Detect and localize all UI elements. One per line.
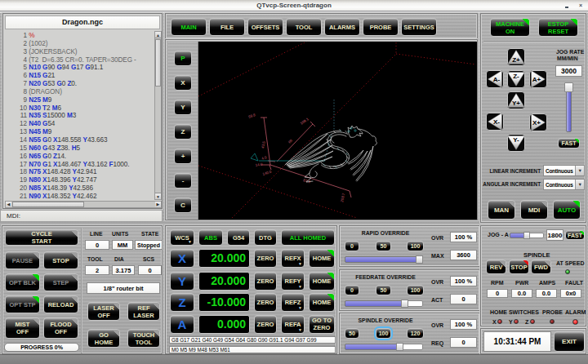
svg-text:Y+: Y+ <box>512 100 520 107</box>
svg-text:14.0: 14.0 <box>255 162 263 167</box>
svg-text:208.7: 208.7 <box>340 193 345 203</box>
svg-text:88: 88 <box>287 138 293 144</box>
svg-text:59.8: 59.8 <box>248 113 256 119</box>
svg-text:X+: X+ <box>532 119 541 127</box>
svg-text:109.1: 109.1 <box>300 117 310 126</box>
svg-text:Y-: Y- <box>513 136 519 144</box>
svg-text:43.5: 43.5 <box>261 140 266 149</box>
svg-text:A+: A+ <box>532 76 541 83</box>
svg-text:140.0: 140.0 <box>262 170 273 176</box>
svg-text:X-: X- <box>493 118 500 126</box>
svg-text:4.0: 4.0 <box>261 155 268 161</box>
svg-text:Z-: Z- <box>513 73 519 80</box>
svg-text:A-: A- <box>493 76 501 83</box>
svg-text:Z+: Z+ <box>512 56 520 64</box>
